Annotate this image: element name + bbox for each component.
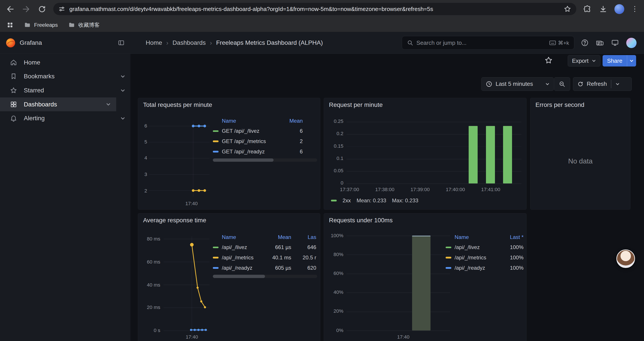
legend-series-label[interactable]: 2xx xyxy=(342,197,351,204)
series-color-swatch xyxy=(213,140,218,142)
legend-row[interactable]: /api/_/metrics 40.1 ms 20.5 r xyxy=(213,253,317,263)
legend-header-mean[interactable]: Mean xyxy=(262,234,291,240)
url-input[interactable] xyxy=(69,6,560,13)
x-axis-tick: 17:40:00 xyxy=(446,187,465,192)
apps-grid-icon[interactable] xyxy=(6,22,14,29)
chart-plot-area[interactable] xyxy=(346,119,522,184)
sidebar-item-label: Starred xyxy=(24,87,44,94)
zoom-out-icon xyxy=(559,81,565,87)
series-color-swatch xyxy=(446,247,451,248)
legend-row[interactable]: /api/_/readyz 605 µs 620 xyxy=(213,263,317,273)
chart-plot-area[interactable] xyxy=(346,234,450,332)
refresh-button[interactable]: Refresh xyxy=(573,77,632,91)
legend-header-last[interactable]: Last * xyxy=(501,234,524,240)
chevron-down-icon[interactable] xyxy=(106,102,111,107)
legend-header-name[interactable]: Name xyxy=(222,234,262,240)
bookmark-star-icon[interactable] xyxy=(564,5,572,13)
y-axis-tick: 80 ms xyxy=(138,236,160,242)
legend-row[interactable]: /api/_/livez 100% xyxy=(446,242,524,253)
favorite-dashboard-star-icon[interactable] xyxy=(544,56,553,65)
refresh-interval-caret[interactable] xyxy=(616,82,620,86)
brand-title: Grafana xyxy=(20,39,42,46)
url-bar[interactable] xyxy=(53,3,576,15)
panel-title[interactable]: Request per minute xyxy=(329,101,383,108)
search-input[interactable] xyxy=(416,40,546,46)
y-axis-tick: 60 ms xyxy=(138,259,160,265)
share-menu-caret[interactable] xyxy=(627,55,636,67)
legend-row[interactable]: GET /api/_/metrics 2 xyxy=(213,136,317,147)
extensions-icon[interactable] xyxy=(583,5,592,14)
sidebar-item-alerting[interactable]: Alerting xyxy=(0,111,130,125)
panel-title[interactable]: Errors per second xyxy=(536,101,584,108)
series-color-swatch xyxy=(446,257,451,258)
sidebar-item-dashboards[interactable]: Dashboards xyxy=(0,97,116,112)
legend-row[interactable]: /api/_/livez 661 µs 646 xyxy=(213,242,317,253)
sidebar-item-starred[interactable]: Starred xyxy=(0,83,130,97)
y-axis-tick: 0.15 xyxy=(324,143,343,149)
chevron-down-icon[interactable] xyxy=(120,88,125,93)
series-color-swatch xyxy=(446,267,451,269)
search-box[interactable]: ⌘+k xyxy=(402,36,574,50)
legend-scrollbar[interactable] xyxy=(213,275,317,278)
sidebar-item-home[interactable]: Home xyxy=(0,56,130,70)
export-button[interactable]: Export xyxy=(568,55,600,67)
legend-scrollbar[interactable] xyxy=(213,158,317,162)
legend-row[interactable]: GET /api/_/livez 6 xyxy=(213,126,317,136)
site-settings-icon[interactable] xyxy=(58,6,65,13)
breadcrumb-home[interactable]: Home xyxy=(146,39,162,46)
panel-total-requests-per-minute: Total requests per minute 6 5 4 3 2 17:4… xyxy=(138,98,320,210)
grafana-logo[interactable] xyxy=(6,38,16,48)
chevron-down-icon xyxy=(545,82,550,86)
screen-icon[interactable] xyxy=(611,39,619,47)
share-button-label[interactable]: Share xyxy=(602,55,627,67)
forward-icon[interactable] xyxy=(22,5,31,14)
legend-row[interactable]: /api/_/metrics 100% xyxy=(446,253,524,263)
no-data-message: No data xyxy=(530,157,630,165)
assistant-avatar-overlay[interactable] xyxy=(616,249,635,268)
scrollbar-thumb[interactable] xyxy=(213,275,265,278)
legend-header-name[interactable]: Name xyxy=(454,234,501,240)
sidebar-item-bookmarks[interactable]: Bookmarks xyxy=(0,69,130,83)
legend-header-mean[interactable]: Mean xyxy=(269,118,317,124)
y-axis-tick: 60% xyxy=(324,270,343,276)
chart-plot-area[interactable] xyxy=(149,121,210,197)
reload-icon[interactable] xyxy=(38,5,46,14)
chart-plot-area[interactable] xyxy=(164,237,210,335)
sidebar-nav: Home Bookmarks Starred Dashboards Alerti… xyxy=(0,54,130,341)
help-icon[interactable] xyxy=(581,39,589,47)
grafana-user-avatar[interactable] xyxy=(626,38,636,48)
panel-title[interactable]: Average response time xyxy=(143,217,206,224)
chevron-down-icon[interactable] xyxy=(120,116,125,121)
time-range-picker[interactable]: Last 5 minutes xyxy=(481,77,554,91)
legend-row[interactable]: GET /api/_/readyz 6 xyxy=(213,147,317,157)
bookmark-folder-freeleaps[interactable]: Freeleaps xyxy=(24,22,58,28)
legend-header-last[interactable]: Las xyxy=(291,234,317,240)
collapse-sidebar-icon[interactable] xyxy=(118,39,125,46)
browser-menu-icon[interactable]: ⋮ xyxy=(631,6,638,13)
news-icon[interactable] xyxy=(596,39,604,47)
y-axis-tick: 100% xyxy=(324,233,343,238)
scrollbar-thumb[interactable] xyxy=(213,158,274,162)
chevron-down-icon[interactable] xyxy=(120,74,125,79)
breadcrumb: Home › Dashboards › Freeleaps Metrics Da… xyxy=(146,39,323,47)
y-axis-tick: 0.25 xyxy=(324,119,343,124)
panel-title[interactable]: Requests under 100ms xyxy=(329,217,392,224)
breadcrumb-dashboards[interactable]: Dashboards xyxy=(172,39,206,46)
share-button[interactable]: Share xyxy=(602,55,636,67)
keyboard-icon xyxy=(549,40,556,45)
browser-toolbar: ⋮ xyxy=(0,0,644,18)
downloads-icon[interactable] xyxy=(599,5,608,14)
bookmark-folder-blogs[interactable]: 收藏博客 xyxy=(68,22,100,29)
panel-title[interactable]: Total requests per minute xyxy=(143,101,212,108)
divider xyxy=(611,80,611,88)
legend-row[interactable]: /api/_/readyz 100% xyxy=(446,263,524,273)
series-color-swatch xyxy=(213,151,218,152)
bookmarks-bar: Freeleaps 收藏博客 xyxy=(0,18,644,32)
x-axis-tick: 17:37:00 xyxy=(340,187,359,192)
legend-header-name[interactable]: Name xyxy=(222,118,268,124)
zoom-out-time-button[interactable] xyxy=(554,77,570,91)
bookmark-icon xyxy=(10,73,17,80)
back-icon[interactable] xyxy=(6,5,15,14)
sidebar-item-label: Bookmarks xyxy=(24,73,54,80)
browser-profile-avatar[interactable] xyxy=(614,4,624,14)
